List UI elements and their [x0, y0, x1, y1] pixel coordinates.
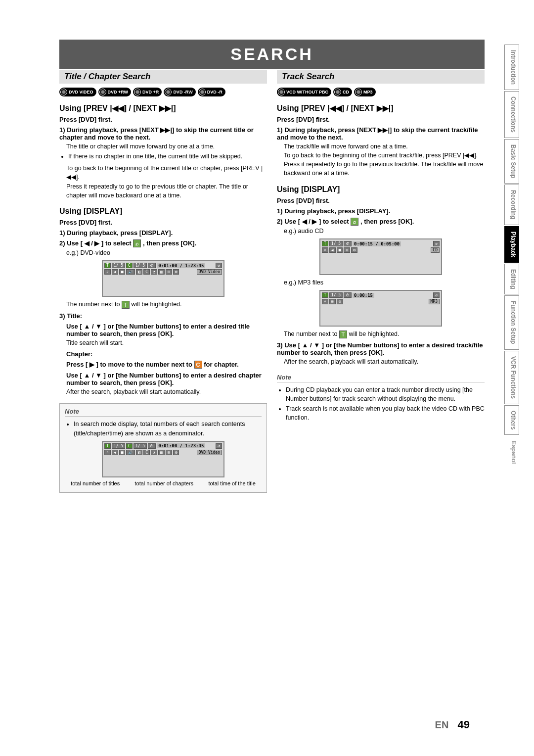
left-dstep2: 2) Use [ ◀ / ▶ ] to select ⌕ , then pres… — [59, 239, 267, 248]
left-note: Note In search mode display, total numbe… — [59, 403, 267, 492]
badge-cd: CD — [333, 88, 352, 96]
c-icon: C — [194, 361, 202, 369]
right-dstep1: 1) During playback, press [DISPLAY]. — [277, 207, 485, 215]
left-dstep1: 1) During playback, press [DISPLAY]. — [59, 229, 267, 236]
note-title: Note — [65, 408, 262, 417]
left-column: Title / Chapter Search DVD VIDEO DVD +RW… — [59, 70, 267, 493]
search-icon: ⌕ — [133, 239, 141, 247]
heading-using-display: Using [DISPLAY] — [59, 207, 267, 216]
badge-mp3: MP3 — [354, 88, 376, 96]
left-disc-badges: DVD VIDEO DVD +RW DVD +R DVD -RW DVD -R — [59, 88, 267, 96]
tab-introduction[interactable]: Introduction — [504, 45, 519, 90]
right-eg1: e.g.) audio CD — [284, 227, 485, 236]
badge-dvd-plusr: DVD +R — [133, 88, 162, 96]
osd-diagram: T1/ 5 C1/ 5 ⏱0:01:00 / 1:23:45 ↺ ⌕◀■🔊◧C◔… — [102, 441, 224, 477]
right-note-b2: Track search is not available when you p… — [286, 404, 485, 422]
chapter-use: Use [ ▲ / ▼ ] or [the Number buttons] to… — [66, 372, 267, 386]
badge-dvd-video: DVD VIDEO — [59, 88, 96, 96]
tab-vcr-functions[interactable]: VCR Functions — [504, 351, 519, 404]
t-icon: T — [339, 331, 347, 338]
left-step1-body: The title or chapter will move forward b… — [66, 142, 267, 151]
left-highlight: The number next to T will be highlighted… — [66, 300, 267, 309]
tab-espanol[interactable]: Español — [504, 436, 519, 469]
badge-dvd-minusr: DVD -R — [198, 88, 225, 96]
osd-mp3: T1/ 5 ⏱0:00:15 ↺ ⌕⊞⚙ MP3 — [319, 290, 442, 327]
heading-using-display-r: Using [DISPLAY] — [277, 185, 485, 194]
right-goback: To go back to the beginning of the curre… — [284, 151, 485, 160]
heading-using-prev-next-r: Using [PREV |◀◀] / [NEXT ▶▶|] — [277, 103, 485, 113]
right-step1: 1) During playback, press [NEXT ▶▶|] to … — [277, 126, 485, 141]
left-step3-use: Use [ ▲ / ▼ ] or [the Number buttons] to… — [66, 323, 267, 337]
right-step3-body: After the search, playback will start au… — [284, 357, 485, 366]
search-icon: ⌕ — [351, 218, 358, 226]
left-step3-label: 3) Title: — [59, 312, 267, 320]
osd-dvd-video: T1/ 5 C1/ 5 ⏱0:01:00 / 1:23:45 ↺ ⌕◀■🔊◧C◔… — [102, 260, 224, 297]
tab-basic-setup[interactable]: Basic Setup — [504, 139, 519, 184]
t-icon: T — [122, 301, 130, 309]
left-note-body: In search mode display, total numbers of… — [74, 420, 262, 437]
left-step1: 1) During playback, press [NEXT ▶▶|] to … — [59, 126, 267, 141]
tab-connections[interactable]: Connections — [504, 91, 519, 138]
footer-lang: EN — [435, 719, 449, 730]
osd-audio-cd: T1/ 5 ⏱0:00:15 / 0:05:00 ↺ ⌕◀■⊞⚙ CD — [319, 238, 442, 275]
note-title-r: Note — [277, 374, 485, 382]
right-step3: 3) Use [ ▲ / ▼ ] or [the Number buttons]… — [277, 341, 485, 356]
right-dstep2: 2) Use [ ◀ / ▶ ] to select ⌕ , then pres… — [277, 218, 485, 226]
right-step1-body: The track/file will move forward one at … — [284, 142, 485, 151]
right-column: Track Search VCD WITHOUT PBC CD MP3 Usin… — [277, 70, 485, 493]
left-step1-bullet: If there is no chapter in one title, the… — [68, 152, 267, 161]
press-dvd-first: Press [DVD] first. — [59, 116, 267, 123]
left-goback: To go back to the beginning of the curre… — [66, 164, 267, 182]
right-note: Note During CD playback you can enter a … — [277, 374, 485, 423]
heading-using-prev-next: Using [PREV |◀◀] / [NEXT ▶▶|] — [59, 103, 267, 113]
chapter-label: Chapter: — [66, 350, 267, 358]
diagram-label-time: total time of the title — [208, 480, 255, 486]
section-header-title-chapter: Title / Chapter Search — [59, 70, 267, 84]
diagram-label-chapters: total number of chapters — [135, 480, 194, 486]
badge-dvd-plusrw: DVD +RW — [98, 88, 132, 96]
press-dvd-first-r2: Press [DVD] first. — [277, 197, 485, 204]
badge-dvd-minusrw: DVD -RW — [164, 88, 195, 96]
side-tabs: Introduction Connections Basic Setup Rec… — [504, 45, 519, 469]
section-header-track: Track Search — [277, 70, 485, 84]
tab-recording[interactable]: Recording — [504, 185, 519, 225]
chapter-press: Press [ ▶ ] to move to the number next t… — [66, 361, 267, 369]
left-step3-body: Title search will start. — [66, 338, 267, 347]
chapter-body: After the search, playback will start au… — [66, 387, 267, 396]
left-goback2: Press it repeatedly to go to the previou… — [66, 182, 267, 200]
tab-playback[interactable]: Playback — [504, 226, 519, 263]
diagram-label-titles: total number of titles — [71, 480, 120, 486]
right-note-b1: During CD playback you can enter a track… — [286, 385, 485, 403]
left-eg: e.g.) DVD-video — [66, 248, 267, 257]
press-dvd-first-2: Press [DVD] first. — [59, 219, 267, 226]
tab-editing[interactable]: Editing — [504, 264, 519, 295]
right-goback2: Press it repeatedly to go to the previou… — [284, 160, 485, 178]
right-eg2: e.g.) MP3 files — [284, 278, 485, 287]
tab-function-setup[interactable]: Function Setup — [504, 295, 519, 349]
badge-vcd: VCD WITHOUT PBC — [277, 88, 331, 96]
footer-page: 49 — [458, 718, 470, 731]
right-disc-badges: VCD WITHOUT PBC CD MP3 — [277, 88, 485, 96]
press-dvd-first-r: Press [DVD] first. — [277, 116, 485, 123]
right-highlight: The number next to T will be highlighted… — [284, 330, 485, 338]
tab-others[interactable]: Others — [504, 405, 519, 435]
page-footer: EN 49 — [435, 718, 470, 731]
page-title: SEARCH — [59, 40, 485, 69]
